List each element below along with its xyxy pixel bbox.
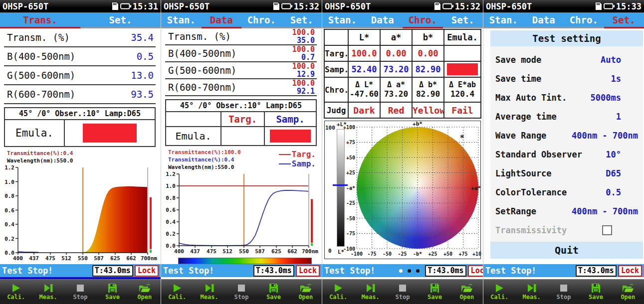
svg-text:+75: +75 — [346, 140, 355, 145]
setting-row-transmissivity[interactable]: Transmissivity — [490, 221, 643, 240]
setting-label: Save mode — [495, 55, 541, 65]
measure-button[interactable]: Meas. — [32, 280, 64, 304]
setting-row-standard-observer[interactable]: Standard Observer10° — [490, 145, 643, 164]
setting-label: LightSource — [495, 168, 552, 178]
svg-text:512: 512 — [61, 255, 71, 262]
svg-text:0.2: 0.2 — [4, 236, 14, 242]
open-button[interactable]: Open — [451, 280, 483, 304]
svg-text:+25: +25 — [346, 170, 355, 175]
toolbar: Cali. Meas. Stop Save Open — [483, 279, 644, 304]
geometry-header: 45° /0° Obser.:10° Lamp:D65 — [166, 100, 316, 112]
setting-label: Save time — [495, 74, 541, 84]
tab-data[interactable]: Data — [363, 12, 403, 28]
setting-row-save-time[interactable]: Save time1s — [490, 69, 643, 88]
sample-color-swatch — [270, 130, 311, 143]
battery-icon — [442, 3, 454, 9]
lock-button[interactable]: Lock — [468, 265, 483, 277]
setting-row-save-mode[interactable]: Save modeAuto — [490, 50, 643, 69]
target-L: 100.0 — [348, 45, 380, 61]
page-dot — [416, 269, 420, 273]
legend-item: Targ. — [279, 150, 316, 159]
measure-label: Meas. — [201, 294, 218, 301]
calibrate-button[interactable]: Cali. — [161, 280, 193, 304]
svg-text:0.8: 0.8 — [4, 193, 14, 199]
setting-label: Transmissivity — [495, 225, 567, 235]
tab-chro[interactable]: Chro. — [564, 12, 604, 28]
svg-text:0.2: 0.2 — [166, 231, 176, 237]
tab-trans[interactable]: Trans. — [0, 12, 80, 28]
save-button[interactable]: Save — [96, 280, 128, 304]
transmissivity-checkbox[interactable] — [602, 225, 612, 235]
tab-set[interactable]: Set. — [80, 12, 161, 28]
setting-row-setrange[interactable]: SetRange400nm - 700nm — [490, 202, 643, 221]
target-b: 0.00 — [412, 45, 444, 61]
tab-chro[interactable]: Chro. — [241, 12, 282, 28]
open-button[interactable]: Open — [129, 280, 161, 304]
save-button[interactable]: Save — [419, 280, 450, 304]
calibrate-button[interactable]: Cali. — [322, 280, 354, 304]
calibrate-button[interactable]: Cali. — [0, 280, 32, 304]
tab-set[interactable]: Set. — [604, 12, 644, 28]
legend-label: Samp. — [292, 159, 316, 168]
tab-stan[interactable]: Stan. — [483, 12, 524, 28]
settings-list: Save modeAutoSave time1sMax Auto Tint.50… — [490, 46, 643, 242]
lock-button[interactable]: Lock — [135, 265, 159, 277]
integration-time: T:43.0ms — [425, 265, 466, 277]
save-button[interactable]: Save — [580, 280, 612, 304]
measure-button[interactable]: Meas. — [354, 280, 386, 304]
lock-button[interactable]: Lock — [296, 265, 320, 277]
setting-row-lightsource[interactable]: LightSourceD65 — [490, 164, 643, 183]
emulation-label: Emula. — [166, 127, 221, 145]
calibrate-label: Cali. — [490, 294, 508, 301]
measurement-row: Transm. (%)35.4 — [4, 28, 156, 47]
status-icons — [272, 2, 293, 10]
tab-bar: Stan. Data Chro. Set. — [161, 12, 322, 28]
open-button[interactable]: Open — [290, 280, 322, 304]
svg-text:400: 400 — [174, 248, 184, 255]
integration-time: T:43.0ms — [92, 265, 133, 277]
svg-text:700nm: 700nm — [302, 248, 318, 255]
measurement-value: 93.5 — [131, 89, 154, 100]
tab-stan[interactable]: Stan. — [161, 12, 202, 28]
measurement-label: B(400-500nm) — [7, 51, 75, 62]
settings-title: Test setting — [490, 30, 643, 46]
tab-stan[interactable]: Stan. — [322, 12, 363, 28]
clock-time: 15:33 — [616, 1, 642, 11]
setting-value: 5000ms — [591, 93, 621, 103]
tab-set[interactable]: Set. — [443, 12, 483, 28]
save-button[interactable]: Save — [257, 280, 289, 304]
legend-item: Samp. — [279, 159, 316, 168]
tab-data[interactable]: Data — [202, 12, 242, 28]
tab-chro[interactable]: Chro. — [403, 12, 443, 28]
measurement-row: R(600-700nm)93.5 — [4, 85, 156, 104]
quit-button[interactable]: Quit — [490, 242, 643, 259]
setting-row-colortolerance[interactable]: ColorTolerance0.5 — [490, 183, 643, 202]
stop-button: Stop — [64, 280, 96, 304]
delta-a-cell: Δ a*73.20 — [380, 77, 412, 102]
measurement-label: G(500-600nm) — [7, 70, 75, 81]
setting-row-wave-range[interactable]: Wave Range400nm - 700nm — [490, 126, 643, 145]
sd-card-icon — [595, 2, 602, 10]
tab-set[interactable]: Set. — [282, 12, 322, 28]
col-header-a: a* — [380, 29, 412, 45]
legend-line — [279, 154, 291, 155]
measure-button[interactable]: Meas. — [193, 280, 225, 304]
svg-text:-50: -50 — [346, 216, 355, 221]
open-button[interactable]: Open — [612, 280, 644, 304]
svg-text:+50: +50 — [346, 155, 355, 160]
sample-value: 12.9 — [292, 70, 315, 78]
page-dot — [399, 269, 403, 273]
svg-text:550: 550 — [239, 248, 249, 255]
clock-time: 15:31 — [133, 1, 158, 11]
measure-button[interactable]: Meas. — [515, 280, 547, 304]
sample-value: 35.0 — [292, 36, 315, 44]
lock-button[interactable]: Lock — [618, 265, 642, 277]
stop-icon — [397, 283, 409, 293]
calibrate-button[interactable]: Cali. — [483, 280, 515, 304]
delta-E-cell: Δ E*ab120.4 — [444, 77, 481, 102]
setting-row-average-time[interactable]: Average time1 — [490, 107, 643, 126]
setting-row-max-auto-tint-[interactable]: Max Auto Tint.5000ms — [490, 88, 643, 107]
tab-data[interactable]: Data — [524, 12, 564, 28]
clock-time: 15:32 — [294, 1, 319, 11]
svg-text:587: 587 — [255, 248, 265, 255]
